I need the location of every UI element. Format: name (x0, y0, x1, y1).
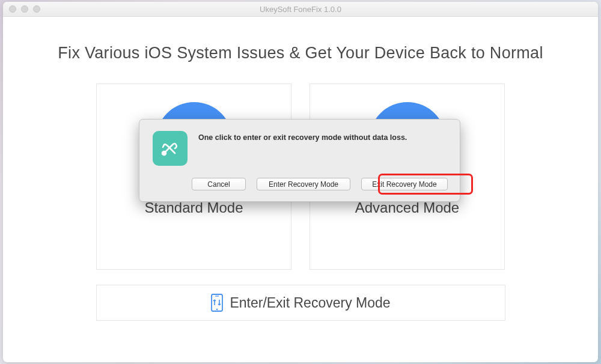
tools-icon (153, 131, 188, 166)
enter-recovery-button[interactable]: Enter Recovery Mode (257, 178, 350, 190)
dialog-message: One click to enter or exit recovery mode… (198, 131, 407, 142)
cancel-button[interactable]: Cancel (192, 178, 246, 190)
maximize-window-button[interactable] (33, 5, 40, 13)
phone-arrows-icon (210, 293, 224, 312)
titlebar: UkeySoft FoneFix 1.0.0 (3, 2, 598, 17)
dialog-buttons: Cancel Enter Recovery Mode Exit Recovery… (153, 178, 448, 190)
svg-point-10 (216, 309, 218, 311)
standard-mode-label: Standard Mode (144, 199, 243, 216)
traffic-lights (9, 5, 40, 13)
recovery-mode-label: Enter/Exit Recovery Mode (230, 295, 390, 311)
svg-point-11 (162, 151, 166, 155)
advanced-mode-label: Advanced Mode (355, 199, 459, 216)
exit-recovery-button[interactable]: Exit Recovery Mode (361, 178, 448, 190)
window-title: UkeySoft FoneFix 1.0.0 (3, 5, 598, 14)
dialog-body: One click to enter or exit recovery mode… (153, 131, 448, 166)
recovery-mode-button[interactable]: Enter/Exit Recovery Mode (96, 285, 505, 321)
minimize-window-button[interactable] (21, 5, 28, 13)
close-window-button[interactable] (9, 5, 16, 13)
page-heading: Fix Various iOS System Issues & Get Your… (51, 44, 550, 62)
recovery-dialog: One click to enter or exit recovery mode… (139, 119, 460, 202)
